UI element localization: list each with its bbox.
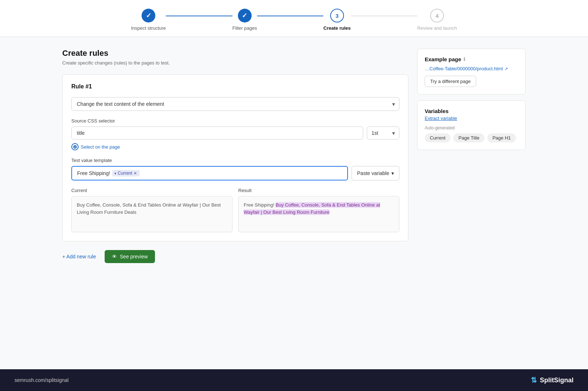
current-result-row: Current Buy Coffee, Console, Sofa & End … [71,188,399,232]
current-badge[interactable]: ▾ Current ✕ [112,170,140,176]
current-box: Current Buy Coffee, Console, Sofa & End … [71,188,232,232]
action-select-wrapper[interactable]: Change the text content of the elementCh… [71,97,399,111]
paste-variable-button[interactable]: Paste variable ▾ [352,166,399,180]
badge-chevron-icon: ▾ [114,171,116,175]
example-url[interactable]: …Coffee-Table/0000000/product.html ↗ [425,66,518,71]
preview-eye-icon: 👁 [112,254,117,259]
step-circle-2: ✓ [238,9,252,22]
stepper: ✓ Inspect structure ✓ Filter pages 3 Cre… [131,9,457,31]
footer-url: semrush.com/splitsignal [14,377,68,383]
test-value-input[interactable]: Free Shipping! ▾ Current ✕ [71,166,348,180]
try-different-page-button[interactable]: Try a different page [425,76,476,87]
add-rule-label: + Add new rule [62,254,96,259]
step-filter-pages: ✓ Filter pages [232,9,257,31]
step-review-launch: 4 Review and launch [417,9,457,31]
step-label-4: Review and launch [417,25,457,31]
checkmark-icon-2: ✓ [242,12,247,20]
step-label-1: Inspect structure [131,25,166,31]
var-tag-page-title[interactable]: Page Title [453,133,484,142]
splitsignal-logo-icon: ⇅ [531,376,537,384]
select-on-page-label: Select on the page [81,144,120,150]
select-on-page-button[interactable]: ⊕ Select on the page [71,143,399,150]
variables-card: Variables Extract variable Auto-generate… [417,100,526,150]
current-content: Buy Coffee, Console, Sofa & End Tables O… [71,196,232,232]
auto-generated-label: Auto-generated [425,125,518,130]
add-rule-button[interactable]: + Add new rule [62,254,96,259]
result-box: Result Free Shipping! Buy Coffee, Consol… [238,188,399,232]
var-tag-page-h1[interactable]: Page H1 [487,133,516,142]
example-page-title: Example page ℹ [425,56,518,62]
page-title: Create rules [62,49,408,58]
current-label: Current [71,188,232,193]
try-different-label: Try a different page [430,79,471,84]
step-label-2: Filter pages [232,25,257,31]
see-preview-button[interactable]: 👁 See preview [105,250,155,263]
step-number-4: 4 [436,13,438,19]
footer-logo-text: SplitSignal [540,377,574,384]
example-url-text: …Coffee-Table/0000000/product.html [425,66,503,71]
result-prefix-text: Free Shipping! [244,202,276,208]
css-selector-input[interactable] [71,126,363,140]
step-line-2 [257,16,324,16]
var-tag-current[interactable]: Current [425,133,450,142]
rule-card: Rule #1 Change the text content of the e… [62,74,408,241]
occurrence-select[interactable]: 1st 2nd 3rd All [367,126,399,140]
footer: semrush.com/splitsignal ⇅ SplitSignal [0,369,588,391]
external-link-icon: ↗ [504,66,508,71]
css-selector-label: Source CSS selector [71,118,399,124]
select-on-page-icon: ⊕ [71,143,79,150]
action-select[interactable]: Change the text content of the elementCh… [71,97,399,111]
step-line-3 [351,16,417,16]
step-line-1 [166,16,232,16]
checkmark-icon-1: ✓ [146,12,151,20]
test-value-row: Free Shipping! ▾ Current ✕ Paste variabl… [71,166,399,180]
main-content: Create rules Create specific changes (ru… [41,37,547,369]
paste-variable-label: Paste variable [357,170,389,176]
result-label: Result [238,188,399,193]
badge-close-icon[interactable]: ✕ [134,171,137,176]
rule-title: Rule #1 [71,83,399,90]
css-selector-row: 1st 2nd 3rd All ▾ [71,126,399,140]
example-page-card: Example page ℹ …Coffee-Table/0000000/pro… [417,49,526,95]
extract-variable-link[interactable]: Extract variable [425,116,518,121]
step-number-3: 3 [336,13,339,19]
step-label-3: Create rules [323,25,350,31]
page-subtitle: Create specific changes (rules) to the p… [62,60,408,66]
see-preview-label: See preview [120,254,148,259]
info-icon[interactable]: ℹ [463,57,465,62]
result-content: Free Shipping! Buy Coffee, Console, Sofa… [238,196,399,232]
step-circle-1: ✓ [142,9,155,22]
step-create-rules: 3 Create rules [323,9,350,31]
step-inspect-structure: ✓ Inspect structure [131,9,166,31]
bottom-actions: + Add new rule 👁 See preview [62,250,408,263]
occurrence-wrapper[interactable]: 1st 2nd 3rd All ▾ [367,126,399,140]
variables-title: Variables [425,108,518,114]
footer-logo: ⇅ SplitSignal [531,376,574,384]
current-value-text: Buy Coffee, Console, Sofa & End Tables O… [77,202,221,215]
step-circle-4: 4 [430,9,444,22]
left-panel: Create rules Create specific changes (ru… [62,49,408,358]
right-panel: Example page ℹ …Coffee-Table/0000000/pro… [417,49,526,358]
test-value-label: Test value template [71,158,399,163]
stepper-bar: ✓ Inspect structure ✓ Filter pages 3 Cre… [0,0,588,37]
current-badge-label: Current [118,171,132,176]
test-value-text: Free Shipping! [77,170,110,176]
variable-tags: Current Page Title Page H1 [425,133,518,142]
step-circle-3: 3 [330,9,344,22]
paste-variable-chevron-icon: ▾ [391,170,394,176]
